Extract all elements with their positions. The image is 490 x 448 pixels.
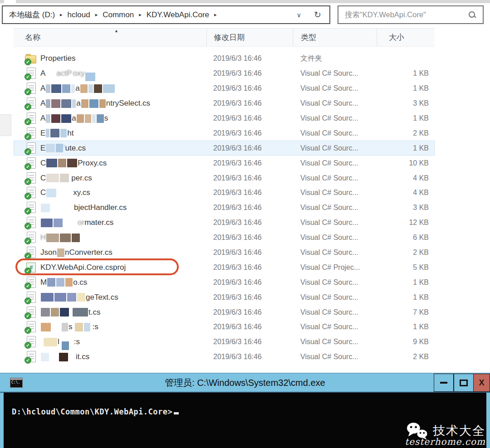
table-row[interactable]: #✓KDY.WebApi.Core.csproj2019/6/3 16:46Vi… (14, 260, 435, 275)
console-area[interactable]: D:\hcloud\Common\KDY.WebApi.Core> 技术大全 (0, 393, 490, 448)
file-name-cell: ✓ormater.cs (14, 217, 206, 229)
screenshot-root: 本地磁盘 (D:)▸hcloud▸Common▸KDY.WebApi.Core▸… (0, 0, 490, 448)
file-name-fragment: bjectHandler.cs (74, 203, 127, 212)
file-date-cell: 2019/6/3 16:46 (206, 174, 293, 182)
censor-block (84, 323, 90, 331)
censor-block (94, 84, 102, 93)
csharp-file-check-icon: ✓ (24, 127, 36, 139)
watermark-subtitle: testerhome.com (405, 436, 485, 447)
file-size-cell: 2 KB (377, 248, 435, 257)
table-row[interactable]: ✓E'ute.cs2019/6/3 16:46Visual C# Sourc..… (14, 141, 435, 156)
table-row[interactable]: ✓t.cs2019/6/3 16:46Visual C# Sourc...7 K… (14, 305, 435, 320)
breadcrumb-item[interactable]: 本地磁盘 (D:) (9, 10, 55, 20)
file-type-cell: Visual C# Sourc... (293, 323, 377, 331)
search-icon[interactable] (468, 11, 476, 19)
column-header-date[interactable]: 修改日期 (206, 29, 293, 46)
censor-block (77, 293, 85, 302)
table-row[interactable]: ✓Cper.cs2019/6/3 16:46Visual C# Sourc...… (14, 170, 435, 185)
file-type-cell: Visual C# Sourc... (293, 99, 377, 107)
csharp-file-check-icon: ✓ (24, 321, 36, 333)
file-date-cell: 2019/6/3 16:46 (206, 323, 293, 331)
check-badge-icon: ✓ (24, 253, 31, 259)
column-header-type[interactable]: 类型 (293, 29, 377, 46)
check-badge-icon: ✓ (24, 342, 31, 349)
file-name-cell: ✓Mo.cs (14, 277, 206, 288)
close-button[interactable]: X (474, 374, 490, 392)
table-row[interactable]: ✓Cxy.cs2019/6/3 16:46Visual C# Sourc...4… (14, 185, 435, 200)
column-header-size[interactable]: 大小 (377, 29, 435, 46)
breadcrumb-item[interactable]: Common (103, 10, 134, 19)
file-name-fragment: KDY.WebApi.Core.csproj (40, 263, 126, 272)
file-name-blurred-fragment: or (78, 218, 84, 227)
search-input[interactable]: 搜索"KDY.WebApi.Core" (345, 10, 426, 20)
chevron-down-icon[interactable]: ∨ (297, 11, 301, 19)
table-row[interactable]: ✓Properties2019/6/3 16:46文件夹 (14, 51, 435, 66)
file-name-cell: ✓geText.cs (14, 292, 206, 303)
table-row[interactable]: ✓geText.cs2019/6/3 16:46Visual C# Sourc.… (14, 290, 435, 305)
check-badge-icon: ✓ (24, 282, 31, 289)
file-name-fragment: mater.cs (84, 218, 113, 227)
file-type-cell: Visual C# Sourc... (293, 129, 377, 137)
file-name-cell: #✓KDY.WebApi.Core.csproj (14, 262, 206, 273)
breadcrumb-separator-icon: ▸ (60, 12, 63, 18)
censor-block (60, 308, 69, 317)
file-type-cell: Visual C# Sourc... (293, 174, 377, 182)
file-size-cell: 1 KB (377, 278, 435, 287)
search-box[interactable]: 搜索"KDY.WebApi.Core" (338, 5, 484, 24)
file-name-fragment: Json (40, 248, 57, 257)
console-cursor (174, 412, 179, 414)
file-size-cell: 1 KB (377, 293, 435, 302)
table-row[interactable]: ✓JsonnConverter.cs2019/6/3 16:46Visual C… (14, 245, 435, 260)
censor-block (56, 278, 64, 287)
table-row[interactable]: ✓H2019/6/3 16:46Visual C# Sourc...6 KB (14, 230, 435, 245)
censor-block (73, 308, 88, 317)
file-name-cell: ✓AactPoxy (14, 68, 206, 79)
file-name-cell: ✓s:s (14, 321, 206, 333)
table-row[interactable]: ✓s:s2019/6/3 16:46Visual C# Sourc...1 KB (14, 320, 435, 335)
check-badge-icon: ✓ (24, 118, 31, 125)
table-row[interactable]: ✓AactPoxy2019/6/3 16:46Visual C# Sourc..… (14, 66, 435, 81)
table-row[interactable]: ✓CProxy.cs2019/6/3 16:46Visual C# Sourc.… (14, 156, 435, 170)
censor-block (41, 219, 53, 227)
breadcrumb-item[interactable]: hcloud (68, 10, 90, 19)
check-badge-icon: ✓ (24, 357, 31, 364)
file-name-fragment: M (40, 278, 47, 287)
table-row[interactable]: ✓AantrySelect.cs2019/6/3 16:46Visual C# … (14, 96, 435, 111)
censor-block (57, 248, 64, 257)
table-row[interactable]: ✓Aa2019/6/3 16:46Visual C# Sourc...1 KB (14, 81, 435, 96)
table-row[interactable]: ✓bjectHandler.cs2019/6/3 16:46Visual C# … (14, 200, 435, 215)
censor-block (75, 323, 83, 331)
cmd-title-bar[interactable]: C:\. 管理员: C:\Windows\System32\cmd.exe X (0, 373, 490, 393)
file-name-cell: ✓Eht (14, 127, 206, 139)
table-row[interactable]: ✓ormater.cs2019/6/3 16:46Visual C# Sourc… (14, 215, 435, 230)
file-name-fragment: it.cs (76, 352, 89, 361)
file-name-cell: ✓l:s (14, 336, 206, 348)
breadcrumb-item[interactable]: KDY.WebApi.Core (147, 10, 209, 19)
censor-block (47, 278, 55, 287)
column-header-name[interactable]: 名称 ▲ (14, 29, 206, 46)
file-size-cell: 1 KB (377, 84, 435, 93)
maximize-button[interactable] (454, 374, 474, 392)
csproj-file-check-icon: #✓ (24, 262, 36, 273)
file-name-fragment: geText.cs (86, 293, 118, 302)
file-name-blurred-fragment: actP (56, 69, 72, 78)
censor-block (72, 99, 76, 108)
table-row[interactable]: ✓Mo.cs2019/6/3 16:46Visual C# Sourc...1 … (14, 275, 435, 290)
csharp-file-check-icon: ✓ (24, 232, 36, 243)
censor-block (51, 114, 60, 123)
file-name-fragment: ht (67, 129, 74, 138)
file-type-cell: Visual C# Sourc... (293, 234, 377, 242)
refresh-icon[interactable]: ↻ (314, 10, 321, 20)
file-type-cell: Visual C# Sourc... (293, 219, 377, 227)
file-name-fragment: A (40, 69, 45, 78)
table-row[interactable]: ✓Aas2019/6/3 16:46Visual C# Sourc...1 KB (14, 111, 435, 126)
table-row[interactable]: ✓Eht2019/6/3 16:46Visual C# Sourc...2 KB (14, 126, 435, 141)
censor-block (81, 99, 88, 108)
minimize-button[interactable] (434, 374, 454, 392)
table-row[interactable]: ✓l:s2019/6/3 16:46Visual C# Sourc...9 KB (14, 335, 435, 350)
check-badge-icon: ✓ (24, 163, 31, 170)
censor-block (60, 234, 71, 242)
censor-block (46, 99, 50, 108)
address-bar[interactable]: 本地磁盘 (D:)▸hcloud▸Common▸KDY.WebApi.Core▸… (2, 5, 330, 24)
table-row[interactable]: ✓it.cs2019/6/3 16:46Visual C# Sourc...2 … (14, 350, 435, 365)
